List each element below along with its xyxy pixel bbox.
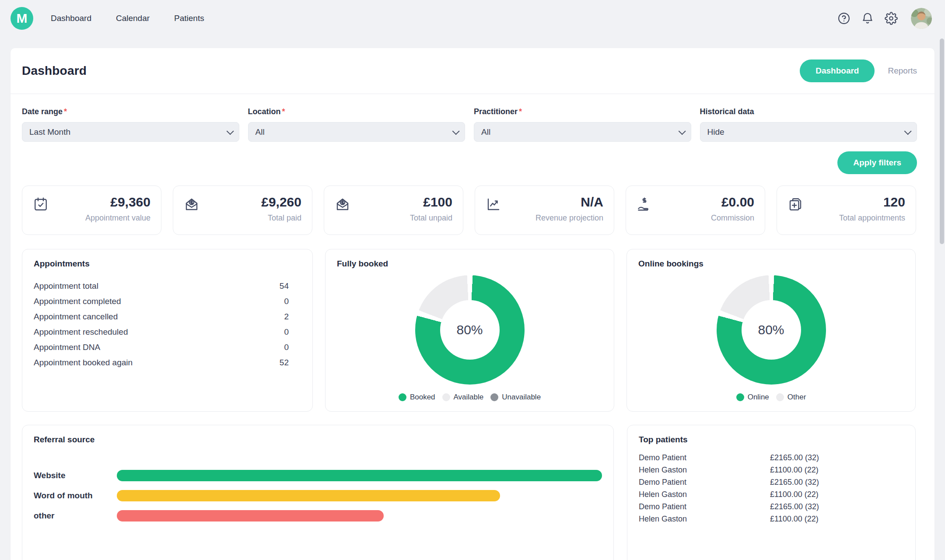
filter-location: Location* All <box>248 107 466 142</box>
apply-row: Apply filters <box>22 151 917 174</box>
chevron-down-icon <box>452 127 460 135</box>
fully-booked-panel: Fully booked 80% Booked Available Unavai… <box>325 249 614 412</box>
stat-label: Total appointments <box>803 214 905 223</box>
table-row: Demo Patient£2165.00 (32) <box>639 476 904 488</box>
nav-item-calendar[interactable]: Calendar <box>116 14 150 23</box>
filter-practitioner: Practitioner* All <box>474 107 691 142</box>
bar-website <box>117 470 602 481</box>
calendar-check-icon <box>33 196 49 212</box>
bar-track <box>117 510 602 522</box>
stat-card-total-appointments: 120Total appointments <box>777 186 916 235</box>
location-select[interactable]: All <box>248 122 466 142</box>
table-row: Helen Gaston£1100.00 (22) <box>639 513 904 525</box>
stat-card-revenue-projection: N/ARevenue projection <box>475 186 614 235</box>
legend-dot <box>776 393 784 401</box>
view-toggle: Dashboard Reports <box>800 60 917 82</box>
list-item: Appointment total54 <box>34 278 301 294</box>
legend-dot <box>490 393 498 401</box>
brand-logo[interactable]: M <box>10 7 33 30</box>
stat-value: £0.00 <box>652 195 754 210</box>
settings-gear-icon[interactable] <box>884 11 899 26</box>
historical-data-select[interactable]: Hide <box>700 122 917 142</box>
scrollbar-track <box>939 0 945 560</box>
practitioner-label: Practitioner* <box>474 107 691 116</box>
donut-center-label: 80% <box>440 300 500 360</box>
online-bookings-panel: Online bookings 80% Online Other <box>626 249 916 412</box>
bar-category-label: Website <box>34 471 117 480</box>
stat-label: Total unpaid <box>350 214 452 223</box>
bar-row-word-of-mouth: Word of mouth <box>34 486 602 506</box>
dashboard-card: Dashboard Dashboard Reports Date range* … <box>10 48 934 560</box>
nav-icons <box>836 8 932 29</box>
chevron-down-icon <box>226 127 234 135</box>
notifications-bell-icon[interactable] <box>860 11 875 26</box>
legend-item-other: Other <box>776 393 806 402</box>
referral-source-title: Referral source <box>34 435 602 444</box>
legend-dot <box>442 393 450 401</box>
top-patients-list: Demo Patient£2165.00 (32) Helen Gaston£1… <box>639 452 904 525</box>
nav-item-patients[interactable]: Patients <box>174 14 204 23</box>
hand-dollar-icon <box>637 196 652 212</box>
stat-label: Total paid <box>200 214 301 223</box>
toggle-dashboard-button[interactable]: Dashboard <box>800 60 875 82</box>
donut-chart-wrap: 80% <box>638 269 904 391</box>
date-range-select[interactable]: Last Month <box>22 122 239 142</box>
stats-row: £9,360Appointment value £9,260Total paid… <box>22 186 917 235</box>
stat-value: 120 <box>803 195 905 210</box>
table-row: Demo Patient£2165.00 (32) <box>639 452 904 464</box>
help-icon[interactable] <box>836 11 851 26</box>
envelope-dollar-icon <box>335 196 350 212</box>
fully-booked-donut-chart: 80% <box>415 275 525 385</box>
stat-card-total-paid: £9,260Total paid <box>173 186 312 235</box>
card-header: Dashboard Dashboard Reports <box>10 48 934 94</box>
stat-value: £9,360 <box>49 195 150 210</box>
nav-links: Dashboard Calendar Patients <box>51 14 204 23</box>
page-title: Dashboard <box>22 64 87 78</box>
referral-bar-chart: Website Word of mouth other <box>34 466 602 526</box>
list-item: Appointment cancelled2 <box>34 309 301 324</box>
bar-other <box>117 510 384 522</box>
required-asterisk: * <box>64 107 67 116</box>
bar-track <box>117 490 602 501</box>
stat-card-total-unpaid: £100Total unpaid <box>324 186 463 235</box>
fully-booked-title: Fully booked <box>337 259 602 269</box>
chevron-down-icon <box>904 127 912 135</box>
list-item: Appointment DNA0 <box>34 340 301 355</box>
stat-label: Revenue projection <box>501 214 603 223</box>
toggle-reports-button[interactable]: Reports <box>888 66 917 76</box>
top-patients-panel: Top patients Demo Patient£2165.00 (32) H… <box>627 425 916 560</box>
bottom-row: Referral source Website Word of mouth ot… <box>22 425 917 560</box>
online-bookings-title: Online bookings <box>638 259 904 269</box>
bar-row-website: Website <box>34 466 602 486</box>
referral-source-panel: Referral source Website Word of mouth ot… <box>22 425 614 560</box>
stat-value: £100 <box>350 195 452 210</box>
historical-data-label: Historical data <box>700 107 917 116</box>
trend-chart-icon <box>486 196 501 212</box>
scrollbar-thumb[interactable] <box>940 38 944 244</box>
filters-row: Date range* Last Month Location* All Pra… <box>22 107 917 142</box>
practitioner-select[interactable]: All <box>474 122 691 142</box>
stat-card-commission: £0.00Commission <box>626 186 765 235</box>
date-range-label: Date range* <box>22 107 239 116</box>
list-item: Appointment completed0 <box>34 294 301 309</box>
bar-category-label: other <box>34 511 117 521</box>
online-bookings-donut-chart: 80% <box>717 275 826 385</box>
fully-booked-legend: Booked Available Unavailable <box>337 393 602 402</box>
list-item: Appointment booked again52 <box>34 355 301 370</box>
stat-card-appointment-value: £9,360Appointment value <box>22 186 161 235</box>
appointments-list: Appointment total54 Appointment complete… <box>34 278 301 370</box>
bar-category-label: Word of mouth <box>34 491 117 500</box>
card-body: Date range* Last Month Location* All Pra… <box>10 94 934 560</box>
apply-filters-button[interactable]: Apply filters <box>837 151 917 174</box>
stat-label: Appointment value <box>49 214 150 223</box>
nav-item-dashboard[interactable]: Dashboard <box>51 14 91 23</box>
stat-value: N/A <box>501 195 603 210</box>
user-avatar[interactable] <box>911 8 932 29</box>
legend-item-unavailable: Unavailable <box>490 393 541 402</box>
stat-label: Commission <box>652 214 754 223</box>
table-row: Demo Patient£2165.00 (32) <box>639 500 904 513</box>
file-plus-icon <box>788 196 803 212</box>
required-asterisk: * <box>282 107 285 116</box>
table-row: Helen Gaston£1100.00 (22) <box>639 488 904 500</box>
bar-word-of-mouth <box>117 490 500 501</box>
